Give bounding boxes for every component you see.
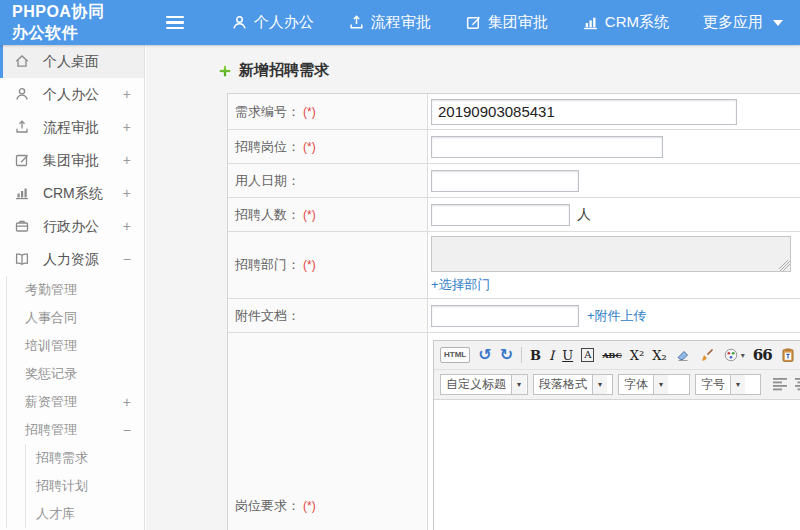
sidebar-item-attendance[interactable]: 考勤管理	[7, 276, 144, 304]
nav-personal-office[interactable]: 个人办公	[231, 13, 314, 32]
expand-plus-icon[interactable]: +	[123, 177, 131, 210]
recruit-submenu: 招聘需求 招聘计划 人才库	[25, 444, 144, 528]
attachment-input[interactable]	[431, 305, 579, 327]
sidebar-item-label: 个人桌面	[43, 53, 99, 69]
collapse-minus-icon[interactable]: −	[123, 416, 131, 444]
expand-plus-icon[interactable]: +	[123, 144, 131, 177]
field-label: 招聘岗位：	[235, 138, 300, 156]
sidebar-item-salary[interactable]: 薪资管理 +	[7, 388, 144, 416]
position-input[interactable]	[431, 136, 663, 158]
submenu-label: 考勤管理	[25, 282, 77, 297]
attachment-upload-link[interactable]: +附件上传	[587, 307, 647, 325]
person-icon	[231, 14, 248, 31]
required-mark: (*)	[303, 105, 316, 119]
sidebar-item-crm[interactable]: CRM系统 +	[0, 177, 144, 210]
hr-submenu: 考勤管理 人事合同 培训管理 奖惩记录 薪资管理 + 招聘管理 − 招聘需求 招…	[6, 276, 144, 528]
eraser-icon[interactable]	[675, 347, 691, 363]
sidebar-item-reward-punish[interactable]: 奖惩记录	[7, 360, 144, 388]
field-label: 招聘人数：	[235, 206, 300, 224]
sidebar-item-recruit-mgmt[interactable]: 招聘管理 −	[7, 416, 144, 444]
edit-icon	[14, 152, 30, 168]
format-brush-icon[interactable]	[699, 347, 715, 363]
demand-no-input[interactable]	[431, 99, 737, 125]
expand-plus-icon[interactable]: +	[123, 388, 131, 416]
editor-content-area[interactable]	[434, 400, 800, 530]
superscript-button[interactable]: X²	[630, 349, 644, 362]
collapse-minus-icon[interactable]: −	[123, 243, 131, 276]
briefcase-icon	[14, 218, 30, 234]
editor-toolbar-row2: 自定义标题 ▾ 段落格式 ▾ 字体 ▾ 字号 ▾	[434, 370, 800, 400]
toolbar-separator	[521, 347, 522, 363]
submenu-label: 人才库	[36, 506, 75, 521]
app-logo: PHPOA协同办公软件	[0, 2, 114, 44]
form-row-department: 招聘部门： (*) +选择部门	[228, 232, 800, 299]
nav-label: 个人办公	[254, 13, 314, 32]
font-border-button[interactable]: A	[581, 348, 594, 362]
sidebar-item-recruit-plan[interactable]: 招聘计划	[26, 472, 144, 500]
font-size-dropdown[interactable]: 字号 ▾	[695, 374, 761, 395]
required-mark: (*)	[303, 208, 316, 222]
blockquote-button[interactable]: 66	[753, 348, 772, 363]
font-family-dropdown[interactable]: 字体 ▾	[618, 374, 690, 395]
sidebar-item-personal-desktop[interactable]: 个人桌面	[0, 45, 144, 78]
submenu-label: 招聘管理	[25, 422, 77, 437]
page-title: 新增招聘需求	[218, 61, 800, 80]
paste-icon[interactable]	[780, 347, 796, 363]
nav-group-approval[interactable]: 集团审批	[465, 13, 548, 32]
caret-down-icon	[773, 20, 783, 26]
sidebar-item-flow-approval[interactable]: 流程审批 +	[0, 111, 144, 144]
html-source-button[interactable]: HTML	[440, 347, 470, 363]
italic-button[interactable]: I	[549, 349, 554, 362]
align-center-icon[interactable]	[794, 377, 800, 393]
paragraph-format-dropdown[interactable]: 段落格式 ▾	[533, 374, 613, 395]
home-icon	[14, 53, 30, 69]
strikethrough-button[interactable]: ABC	[602, 351, 621, 359]
underline-button[interactable]: U	[562, 349, 573, 362]
sidebar-item-hr[interactable]: 人力资源 −	[0, 243, 144, 276]
required-mark: (*)	[303, 499, 316, 513]
custom-heading-dropdown[interactable]: 自定义标题 ▾	[440, 374, 528, 395]
caret-down-icon: ▾	[730, 375, 745, 394]
unit-suffix: 人	[577, 206, 591, 224]
bold-button[interactable]: B	[530, 349, 541, 362]
sidebar-item-admin-office[interactable]: 行政办公 +	[0, 210, 144, 243]
expand-plus-icon[interactable]: +	[123, 78, 131, 111]
redo-button[interactable]: ↻	[500, 347, 513, 363]
form-row-headcount: 招聘人数： (*) 人	[228, 198, 800, 232]
page-title-text: 新增招聘需求	[239, 61, 329, 80]
required-mark: (*)	[303, 140, 316, 154]
form-row-position: 招聘岗位： (*)	[228, 130, 800, 164]
nav-crm[interactable]: CRM系统	[582, 13, 669, 32]
field-label: 招聘部门：	[235, 256, 300, 274]
sidebar-item-hr-contract[interactable]: 人事合同	[7, 304, 144, 332]
expand-plus-icon[interactable]: +	[123, 111, 131, 144]
person-icon	[14, 86, 30, 102]
headcount-input[interactable]	[431, 204, 570, 226]
sidebar-item-group-approval[interactable]: 集团审批 +	[0, 144, 144, 177]
subscript-button[interactable]: X₂	[652, 349, 666, 362]
align-left-icon[interactable]	[772, 377, 788, 393]
select-department-link[interactable]: +选择部门	[431, 276, 491, 294]
hamburger-menu-icon[interactable]	[166, 13, 184, 33]
submenu-label: 培训管理	[25, 338, 77, 353]
nav-flow-approval[interactable]: 流程审批	[348, 13, 431, 32]
expand-plus-icon[interactable]: +	[123, 210, 131, 243]
sidebar-item-recruit-demand[interactable]: 招聘需求	[26, 444, 144, 472]
submenu-label: 招聘计划	[36, 478, 88, 493]
undo-button[interactable]: ↺	[478, 347, 491, 363]
nav-label: 流程审批	[371, 13, 431, 32]
sidebar-item-label: 人力资源	[43, 251, 99, 267]
sidebar-item-talent-pool[interactable]: 人才库	[26, 500, 144, 528]
nav-more-apps[interactable]: 更多应用	[703, 13, 783, 32]
sidebar-item-label: 行政办公	[43, 218, 99, 234]
sidebar: 个人桌面 个人办公 + 流程审批 + 集团审批 + C	[0, 45, 145, 530]
hire-date-input[interactable]	[431, 170, 579, 192]
palette-icon[interactable]: ▾	[723, 347, 745, 363]
flow-icon	[14, 119, 30, 135]
sidebar-item-training[interactable]: 培训管理	[7, 332, 144, 360]
department-textarea[interactable]	[431, 236, 791, 272]
sidebar-item-personal-office[interactable]: 个人办公 +	[0, 78, 144, 111]
field-label: 用人日期：	[235, 172, 300, 190]
required-mark: (*)	[303, 258, 316, 272]
editor-toolbar-row1: HTML ↺ ↻ B I U A ABC X² X₂	[434, 341, 800, 370]
